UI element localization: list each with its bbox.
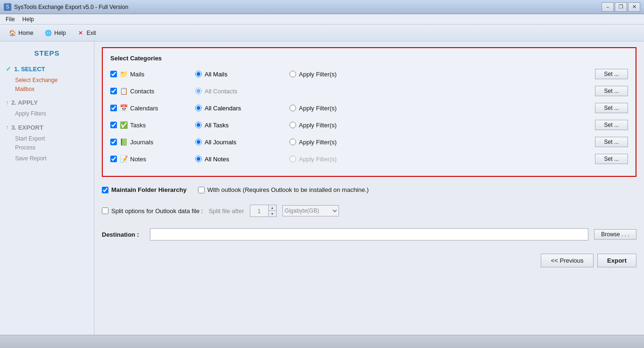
notes-label: Notes [130,156,146,163]
minimize-button[interactable]: − [602,2,614,12]
notes-set-button[interactable]: Set ... [595,154,628,164]
destination-row: Destination : Browse . . . [102,228,636,240]
step3-sub1: Start ExportProcess [4,134,90,152]
notes-all-label: All Notes [205,156,229,163]
spinner-arrows: ▲ ▼ [268,205,276,216]
toolbar: 🏠 Home 🌐 Help ✕ Exit [0,25,644,41]
tasks-radio-all: All Tasks [195,122,289,129]
content-area: Select Categories 📁 Mails All Mails Appl… [94,41,644,335]
step1-sub: Select ExchangeMailbox [4,76,90,94]
tasks-checkbox-label[interactable]: ✅ Tasks [110,121,195,129]
help-icon: 🌐 [44,29,52,37]
previous-button[interactable]: << Previous [541,254,593,267]
tasks-radio-all-input[interactable] [195,122,202,128]
step2-header: ↑ 2. APPLY [4,98,90,108]
with-outlook-label[interactable]: With outlook (Requires Outlook to be ins… [198,186,369,193]
spinner-down-arrow[interactable]: ▼ [269,211,276,216]
tasks-radio-filter-input[interactable] [289,122,296,128]
calendars-radio-all-input[interactable] [195,105,202,111]
calendars-radio-filter-input[interactable] [289,105,296,111]
split-checkbox-label[interactable]: Split options for Outlook data file : [102,207,203,215]
status-bar [0,335,644,348]
category-row-contacts: 📋 Contacts All Contacts Set ... [110,84,628,98]
contacts-icon: 📋 [119,87,128,95]
notes-checkbox-label[interactable]: 📝 Notes [110,155,195,163]
notes-radio-all-input[interactable] [195,156,202,162]
calendars-label: Calendars [130,105,158,112]
notes-filter-group: Apply Filter(s) [289,156,393,163]
tasks-filter-group: Apply Filter(s) [289,122,393,129]
destination-input[interactable] [150,228,588,240]
app-icon: S [4,3,11,11]
split-checkbox[interactable] [102,207,108,214]
step1-check-icon: ✓ [6,65,11,73]
tasks-set-button[interactable]: Set ... [595,120,628,130]
tasks-filter-label: Apply Filter(s) [299,122,337,129]
split-unit-select[interactable]: Gigabyte(GB) Megabyte(MB) [282,205,339,216]
mails-radio-filter-input[interactable] [289,71,296,77]
export-button[interactable]: Export [597,254,636,267]
journals-checkbox-label[interactable]: 📗 Journals [110,138,195,146]
step3-item: ↑ 3. EXPORT Start ExportProcess Save Rep… [4,123,90,164]
step2-number: 2. APPLY [11,99,38,106]
step2-item: ↑ 2. APPLY Apply Filters [4,98,90,118]
title-bar: S SysTools Exchange Export v5.0 - Full V… [0,0,644,14]
toolbar-home[interactable]: 🏠 Home [4,27,38,39]
tasks-label: Tasks [130,122,146,129]
notes-checkbox[interactable] [110,156,117,162]
split-number-input[interactable] [250,205,268,216]
category-row-tasks: ✅ Tasks All Tasks Apply Filter(s) Set ..… [110,118,628,132]
journals-set-button[interactable]: Set ... [595,137,628,147]
mails-checkbox-label[interactable]: 📁 Mails [110,70,195,78]
with-outlook-checkbox[interactable] [198,187,205,193]
tasks-checkbox[interactable] [110,122,117,128]
notes-icon: 📝 [119,155,128,163]
contacts-checkbox-label[interactable]: 📋 Contacts [110,87,195,95]
close-button[interactable]: ✕ [628,2,640,12]
maintain-hierarchy-checkbox[interactable] [102,187,108,193]
step2-arrow-icon: ↑ [6,99,8,106]
window-title: SysTools Exchange Export v5.0 - Full Ver… [14,4,128,10]
mails-checkbox[interactable] [110,71,117,77]
mails-radio-all-input[interactable] [195,71,202,77]
contacts-set-button[interactable]: Set ... [595,86,628,96]
notes-radio-filter-input[interactable] [289,156,296,162]
restore-button[interactable]: ❐ [615,2,627,12]
contacts-label: Contacts [130,88,154,95]
contacts-checkbox[interactable] [110,88,117,94]
title-bar-controls: − ❐ ✕ [602,2,640,12]
menu-bar: File Help [0,14,644,25]
journals-radio-all-input[interactable] [195,139,202,145]
mails-set-button[interactable]: Set ... [595,69,628,79]
categories-title: Select Categories [110,55,628,62]
menu-file[interactable]: File [2,15,18,24]
split-number-spinner[interactable]: ▲ ▼ [250,205,277,217]
step1-header: ✓ 1. SELECT [4,64,90,74]
maintain-hierarchy-label[interactable]: Maintain Folder Hierarchy [102,186,187,193]
journals-icon: 📗 [119,138,128,146]
options-row: Maintain Folder Hierarchy With outlook (… [102,184,636,195]
journals-filter-group: Apply Filter(s) [289,139,393,146]
tasks-icon: ✅ [119,121,128,129]
category-row-mails: 📁 Mails All Mails Apply Filter(s) Set ..… [110,67,628,81]
contacts-radio-all: All Contacts [195,88,289,95]
split-row: Split options for Outlook data file : Sp… [102,205,636,217]
steps-title: STEPS [4,49,90,57]
split-label-text: Split options for Outlook data file : [111,207,203,215]
journals-label: Journals [130,139,153,146]
calendars-checkbox[interactable] [110,105,117,111]
toolbar-help[interactable]: 🌐 Help [40,27,70,39]
menu-help[interactable]: Help [18,15,38,24]
toolbar-exit[interactable]: ✕ Exit [72,27,100,39]
with-outlook-text: With outlook (Requires Outlook to be ins… [207,186,369,193]
journals-checkbox[interactable] [110,139,117,145]
contacts-radio-all-input[interactable] [195,88,202,94]
calendars-icon: 📅 [119,104,128,112]
navigation-row: << Previous Export [102,250,636,271]
journals-radio-filter-input[interactable] [289,139,296,145]
calendars-checkbox-label[interactable]: 📅 Calendars [110,104,195,112]
calendars-set-button[interactable]: Set ... [595,103,628,113]
contacts-all-label: All Contacts [205,88,237,95]
browse-button[interactable]: Browse . . . [594,229,636,240]
spinner-up-arrow[interactable]: ▲ [269,205,276,211]
